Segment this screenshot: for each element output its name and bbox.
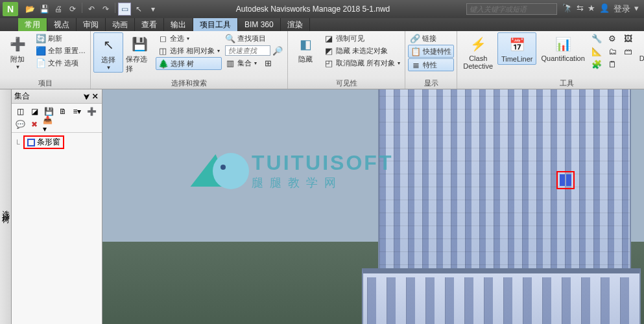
tool-c2-icon: 🗒 (607, 59, 617, 69)
tab-view[interactable]: 查看 (135, 18, 164, 31)
redo-icon[interactable]: ↷ (99, 3, 112, 16)
hide-unselected-button[interactable]: ◩隐藏 未选定对象 (322, 45, 402, 56)
selection-set-icon (27, 139, 35, 146)
tool-a2-button[interactable]: ⚙ (605, 32, 619, 44)
quick-find-row: 🔎 (223, 45, 285, 56)
pin-icon[interactable]: ⮟ ✕ (83, 93, 99, 100)
undo-icon[interactable]: ↶ (85, 3, 98, 16)
qat-dropdown-icon[interactable]: ▾ (147, 3, 160, 16)
panel-display: 🔗链接 📋快捷特性 ≣特性 显示 (405, 31, 457, 89)
print-icon[interactable]: 🖨 (52, 3, 65, 16)
sets-panel-header[interactable]: 集合 ⮟ ✕ (12, 89, 102, 104)
quantification-button[interactable]: 📊 Quantification (538, 32, 588, 64)
timeliner-button[interactable]: 📅 TimeLiner (497, 32, 536, 65)
selection-tree-button[interactable]: 🌲 选择 树 (156, 57, 222, 70)
properties-button[interactable]: ≣特性 (408, 58, 454, 71)
hide-icon: ◧ (295, 34, 316, 54)
window-title: Autodesk Navisworks Manage 2018 5-1.nwd (160, 5, 466, 14)
tab-item-tools[interactable]: 项目工具 (193, 18, 238, 31)
panel-tools: ⚡ Clash Detective 📅 TimeLiner 📊 Quantifi… (457, 31, 644, 89)
title-tools: 🔭 ⇆ ★ 👤 登录 ▾ (562, 3, 639, 15)
append-button[interactable]: ➕ 附加▼ (3, 32, 32, 71)
tab-review[interactable]: 审阅 (77, 18, 106, 31)
selection-tree-tab[interactable]: 选择树 (0, 89, 12, 324)
select-button[interactable]: ↖ 选择▼ (93, 32, 123, 73)
panel-project: ➕ 附加▼ 🔄刷新 🟦全部 重置… 📄文件 选项 项目 (0, 31, 91, 89)
viewport-3d[interactable]: TUITUISOFT 腿腿教学网 (102, 89, 644, 324)
binoculars-icon[interactable]: 🔭 (562, 3, 573, 15)
hide-unsel-icon: ◩ (324, 45, 334, 56)
link-icon: 🔗 (410, 33, 420, 43)
extra-icon[interactable]: ⊞ (263, 58, 273, 68)
tool-b1-button[interactable]: 📐 (590, 45, 604, 57)
find-items-button[interactable]: 🔍查找项目 (223, 32, 285, 44)
sets-menu-icon[interactable]: ≡▾ (71, 106, 84, 117)
tool-a1-button[interactable]: 🔧 (590, 32, 604, 44)
sets-panel: 集合 ⮟ ✕ ◫ ◪ 💾 🗎 ≡▾ ➕ 💬 ✖ 📥▾ └ 条形窗 (12, 89, 102, 324)
save-selection-button[interactable]: 💾 保存选择 (125, 32, 154, 75)
tool-c1-button[interactable]: 🧩 (590, 58, 604, 70)
panel-tools-title: 工具 (457, 78, 644, 89)
open-icon[interactable]: 📂 (23, 3, 36, 16)
sets-save2-icon[interactable]: 🗎 (56, 106, 69, 117)
user-icon[interactable]: 👤 (599, 3, 610, 15)
search-go-icon[interactable]: 🔎 (272, 45, 283, 56)
force-visible-button[interactable]: ◪强制可见 (322, 32, 402, 44)
tool-c1-icon: 🧩 (591, 59, 602, 69)
sets-item-strip-window[interactable]: 条形窗 (23, 135, 64, 149)
tool-a3-icon: 🖼 (623, 33, 633, 43)
hide-button[interactable]: ◧ 隐藏 (291, 32, 320, 65)
unhide-all-button[interactable]: ◰取消隐藏 所有对象▾ (322, 57, 402, 69)
panel-visibility-title: 可见性 (288, 78, 405, 89)
select-all-button[interactable]: ◻全选▾ (156, 32, 222, 44)
quick-find-input[interactable] (225, 45, 270, 56)
cursor-icon[interactable]: ↖ (132, 3, 145, 16)
select-icon[interactable]: ▭ (118, 3, 131, 16)
clash-detective-button[interactable]: ⚡ Clash Detective (460, 32, 496, 71)
tab-output[interactable]: 输出 (164, 18, 193, 31)
save-icon[interactable]: 💾 (38, 3, 51, 16)
sets-comment-icon[interactable]: 💬 (14, 119, 27, 130)
sets-new2-icon[interactable]: ◪ (28, 106, 41, 117)
timeliner-icon: 📅 (507, 34, 527, 55)
tool-b2-button[interactable]: 🗂 (605, 45, 619, 57)
building-tower (378, 89, 631, 271)
login-dropdown-icon[interactable]: ▾ (634, 3, 639, 15)
props-icon: ≣ (411, 60, 421, 70)
append-icon: ➕ (7, 34, 28, 54)
tool-b3-button[interactable]: 🗃 (621, 45, 635, 57)
exchange-icon[interactable]: ⇆ (577, 3, 584, 15)
app-logo[interactable]: N (3, 2, 18, 16)
find-icon: 🔍 (225, 33, 235, 43)
quick-props-button[interactable]: 📋快捷特性 (408, 45, 454, 58)
sets-delete-icon[interactable]: ✖ (28, 119, 41, 130)
sets-new-icon[interactable]: ◫ (14, 106, 27, 117)
refresh-button[interactable]: 🔄刷新 (34, 32, 88, 44)
tool-b1-icon: 📐 (591, 46, 602, 56)
tab-home[interactable]: 常用 (18, 18, 47, 31)
panel-project-title: 项目 (0, 78, 90, 89)
tool-c2-button[interactable]: 🗒 (605, 58, 619, 70)
unhide-icon: ◰ (324, 58, 334, 68)
sets-item-label: 条形窗 (37, 137, 60, 148)
star-icon[interactable]: ★ (588, 3, 595, 15)
tab-bim360[interactable]: BIM 360 (238, 18, 281, 31)
panel-visibility: ◧ 隐藏 ◪强制可见 ◩隐藏 未选定对象 ◰取消隐藏 所有对象▾ 可见性 (288, 31, 405, 89)
tab-animation[interactable]: 动画 (106, 18, 135, 31)
sets-button[interactable]: ▥集合▾⊞ (223, 57, 285, 69)
force-visible-icon: ◪ (324, 33, 334, 43)
panel-display-title: 显示 (405, 78, 457, 89)
file-options-button[interactable]: 📄文件 选项 (34, 57, 88, 69)
datatools-button[interactable]: 🗄 DataTools (636, 32, 644, 64)
sets-add-icon[interactable]: ➕ (85, 106, 98, 117)
login-button[interactable]: 登录 (614, 3, 630, 15)
tab-viewpoint[interactable]: 视点 (47, 18, 77, 31)
tool-a3-button[interactable]: 🖼 (621, 32, 635, 44)
sets-import-icon[interactable]: 📥▾ (42, 119, 55, 130)
reset-all-button[interactable]: 🟦全部 重置… (34, 45, 88, 56)
tab-render[interactable]: 渲染 (281, 18, 310, 31)
select-same-button[interactable]: ◫选择 相同对象▾ (156, 45, 222, 56)
refresh-icon[interactable]: ⟳ (66, 3, 79, 16)
help-search-input[interactable] (466, 3, 557, 15)
links-button[interactable]: 🔗链接 (408, 32, 454, 44)
